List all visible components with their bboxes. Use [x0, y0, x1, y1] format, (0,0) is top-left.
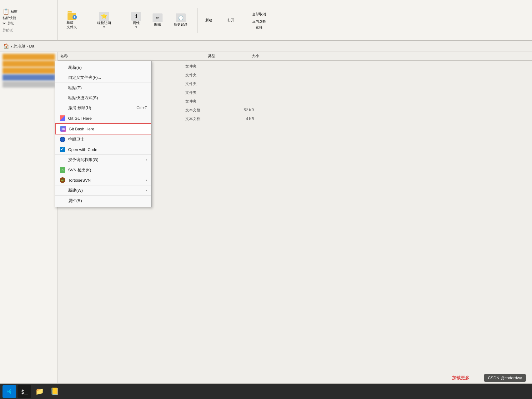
csdn-badge-text: CSDN @coderdwy [488, 376, 522, 380]
menu-item-git-bash-label: Git Bash Here [69, 127, 146, 131]
customize-folder-icon [59, 74, 66, 81]
vscode-icon [59, 146, 66, 153]
select-label: 选择 [256, 25, 263, 30]
menu-item-open-with-code[interactable]: Open with Code [55, 144, 151, 155]
grant-access-icon [59, 157, 66, 163]
menu-item-paste-label: 粘贴(P) [68, 85, 147, 91]
svn-icon: S [59, 167, 66, 173]
menu-item-grant-access[interactable]: 授予访问权限(G) › [55, 155, 151, 165]
paste-button[interactable]: 📋 粘贴 [3, 8, 55, 15]
toolbar-clipboard-section: 📋 粘贴 粘贴快捷 ✂ 剪切 剪贴板 [0, 0, 58, 41]
menu-item-svn-checkout[interactable]: S SVN 检出(K)... [55, 165, 151, 175]
paste-shortcut-icon [59, 95, 66, 101]
menu-item-tortoisesvn[interactable]: 🐢 TortoiseSVN › [55, 175, 151, 185]
file-type-7: 文本文档 [185, 116, 223, 122]
menu-item-new[interactable]: 新建(W) › [55, 185, 151, 196]
file-size-7: 4 KB [223, 117, 254, 121]
menu-item-undo[interactable]: 撤消 删除(U) Ctrl+Z [55, 103, 151, 113]
sidebar-item-blurred-2[interactable] [3, 61, 55, 67]
new-menu-icon [59, 187, 66, 194]
toolbar-divider-4 [220, 8, 220, 33]
new-arrow: › [146, 188, 147, 193]
toolbar-divider-5 [242, 8, 242, 33]
load-more-text[interactable]: 加载更多 [452, 375, 469, 381]
col-type: 类型 [208, 53, 252, 59]
git-gui-icon [59, 115, 66, 121]
sidebar-item-blurred-5[interactable] [3, 81, 55, 88]
reverse-select-label: 反向选择 [252, 19, 266, 24]
taskbar: $_ 📁 📒 [0, 384, 532, 399]
new-section-label: 新建 [205, 18, 212, 23]
paste-label: 粘贴 [11, 9, 18, 14]
menu-item-properties[interactable]: 属性(R) [55, 196, 151, 206]
column-headers: 名称 类型 大小 [58, 52, 532, 61]
easy-access-button[interactable]: ⭐ 轻松访问 ▼ [95, 11, 113, 30]
menu-item-undo-label: 撤消 删除(U) [68, 105, 132, 111]
undo-shortcut: Ctrl+Z [137, 106, 147, 110]
paste-menu-icon [59, 85, 66, 91]
menu-item-refresh[interactable]: 刷新(E) [55, 63, 151, 73]
edit-button[interactable]: ✏ 编辑 [150, 12, 165, 28]
grant-access-arrow: › [146, 158, 147, 162]
cut-label: 剪切 [8, 21, 14, 26]
new-folder-button[interactable]: + 新建文件夹 [64, 10, 79, 31]
menu-item-grant-access-label: 授予访问权限(G) [68, 157, 146, 163]
csdn-badge: CSDN @coderdwy [484, 374, 526, 382]
edit-label: 编辑 [154, 22, 161, 27]
new-label: 新建 [205, 18, 212, 23]
tortoise-icon: 🐢 [59, 177, 66, 183]
load-more-label: 加载更多 [452, 375, 469, 380]
menu-item-paste[interactable]: 粘贴(P) [55, 83, 151, 93]
menu-item-guardian-label: 护眼卫士 [68, 137, 147, 142]
sidebar [0, 52, 58, 383]
easy-access-label: 轻松访问 [97, 21, 111, 25]
col-size: 大小 [252, 53, 289, 59]
properties-menu-icon [59, 198, 66, 204]
menu-item-customize-label: 自定义文件夹(F)... [68, 75, 147, 80]
address-path: 此电脑 › Da [13, 43, 34, 49]
address-bar: 🏠 › 此电脑 › Da [0, 41, 532, 52]
menu-item-tortoisesvn-label: TortoiseSVN [68, 178, 146, 183]
properties-label: 属性 [133, 21, 140, 25]
menu-item-refresh-label: 刷新(E) [68, 65, 147, 70]
toolbar-divider-3 [198, 8, 198, 33]
sidebar-item-blurred-1[interactable] [3, 54, 55, 60]
col-name: 名称 [58, 53, 158, 59]
git-bash-icon: GB [60, 126, 66, 132]
history-label: 历史记录 [174, 22, 188, 27]
file-size-6: 52 KB [223, 108, 254, 112]
menu-item-paste-shortcut[interactable]: 粘贴快捷方式(S) [55, 93, 151, 103]
reverse-select-button[interactable]: 反向选择 [250, 18, 269, 25]
cut-button[interactable]: ✂ 剪切 [3, 21, 55, 26]
menu-item-open-with-code-label: Open with Code [68, 147, 147, 152]
sidebar-item-blurred-4[interactable] [3, 74, 55, 81]
menu-item-svn-label: SVN 检出(K)... [68, 167, 147, 173]
select-section: 全部取消 反向选择 选择 [250, 11, 269, 30]
menu-item-git-bash[interactable]: GB Git Bash Here [55, 123, 151, 134]
sidebar-item-blurred-3[interactable] [3, 68, 55, 74]
taskbar-item-4[interactable]: 📒 [48, 385, 61, 398]
file-type-6: 文本文档 [185, 108, 223, 113]
toolbar-divider-2 [121, 8, 121, 33]
properties-button[interactable]: ℹ 属性 ▼ [129, 11, 144, 30]
menu-item-customize-folder[interactable]: 自定义文件夹(F)... [55, 73, 151, 83]
menu-item-guardian[interactable]: 护眼卫士 [55, 134, 151, 144]
taskbar-vscode[interactable] [3, 385, 16, 398]
menu-item-git-gui[interactable]: Git GUI Here [55, 113, 151, 123]
taskbar-explorer[interactable]: 📁 [33, 385, 46, 398]
paste-quick-button[interactable]: 粘贴快捷 [3, 16, 55, 20]
file-type-4: 文件夹 [185, 90, 223, 95]
history-button[interactable]: 🕐 历史记录 [171, 12, 190, 28]
menu-item-new-label: 新建(W) [68, 188, 146, 193]
new-folder-label: 新建文件夹 [67, 20, 77, 29]
file-type-2: 文件夹 [185, 73, 223, 78]
menu-item-properties-label: 属性(R) [68, 198, 147, 204]
file-type-3: 文件夹 [185, 81, 223, 87]
clipboard-label: 剪贴板 [3, 28, 55, 33]
cancel-all-button[interactable]: 全部取消 [250, 11, 269, 18]
file-type-5: 文件夹 [185, 99, 223, 104]
paste-quick-label: 粘贴快捷 [3, 16, 16, 20]
open-section-label: 打开 [228, 18, 234, 23]
undo-icon [59, 105, 66, 111]
taskbar-terminal[interactable]: $_ [18, 385, 31, 398]
